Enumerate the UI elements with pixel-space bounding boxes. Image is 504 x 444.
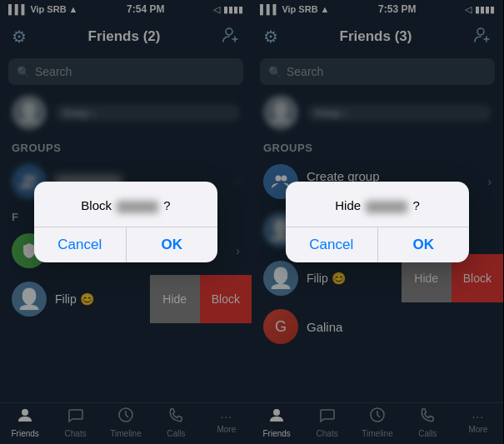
dialog-blurred-name-right: xxx (366, 201, 407, 213)
dialog-box-left: Block xxx ? Cancel OK (34, 182, 217, 262)
dialog-body-left: Block xxx ? (34, 182, 217, 227)
dialog-overlay-right: Hide xxx ? Cancel OK (252, 0, 503, 444)
dialog-blurred-name-left: xxx (117, 201, 158, 213)
dialog-buttons-left: Cancel OK (34, 227, 217, 262)
dialog-title-right: Hide xxx ? (335, 198, 420, 212)
right-panel: ▌▌▌ Vip SRB ▲ 7:53 PM ◁ ▮▮▮▮ ⚙ Friends (… (252, 0, 503, 444)
dialog-cancel-left[interactable]: Cancel (34, 227, 127, 262)
dialog-ok-right[interactable]: OK (378, 227, 470, 262)
dialog-body-right: Hide xxx ? (286, 182, 469, 227)
dialog-box-right: Hide xxx ? Cancel OK (286, 182, 469, 262)
dialog-ok-left[interactable]: OK (127, 227, 218, 262)
dialog-buttons-right: Cancel OK (286, 227, 469, 262)
dialog-title-left: Block xxx ? (81, 198, 170, 212)
dialog-cancel-right[interactable]: Cancel (286, 227, 378, 262)
left-panel: ▌▌▌ Vip SRB ▲ 7:54 PM ◁ ▮▮▮▮ ⚙ Friends (… (0, 0, 252, 444)
dialog-overlay-left: Block xxx ? Cancel OK (0, 0, 252, 444)
